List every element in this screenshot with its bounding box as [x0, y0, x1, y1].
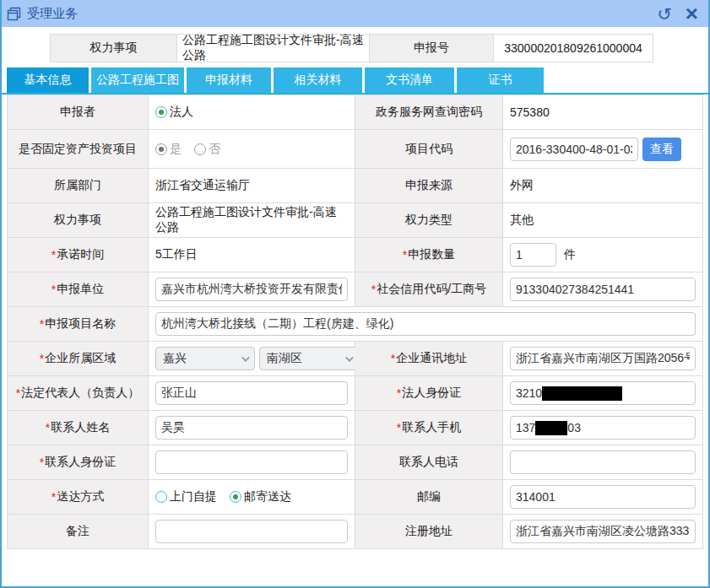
radio-fixed-asset-no-label: 否	[209, 142, 220, 157]
radio-pickup[interactable]	[155, 491, 167, 503]
power-type-label: 权力类型	[355, 203, 503, 238]
redaction-bar	[535, 421, 567, 435]
accept-business-window: 受理业务 ↺ × 权力事项 公路工程施工图设计文件审批-高速公路 申报号 330…	[0, 0, 710, 588]
header-power-item-value: 公路工程施工图设计文件审批-高速公路	[177, 35, 370, 62]
applicant-value: 法人	[149, 95, 355, 130]
reg-address-input[interactable]	[510, 520, 696, 543]
header-strip: 权力事项 公路工程施工图设计文件审批-高速公路 申报号 330000201809…	[50, 34, 653, 62]
tab-certificate[interactable]: 证书	[457, 67, 544, 93]
chevron-down-icon	[345, 353, 354, 362]
window-form-icon	[7, 7, 21, 21]
tab-document-list[interactable]: 文书清单	[365, 67, 454, 93]
quantity-unit: 件	[564, 247, 576, 262]
power-type-value: 其他	[510, 213, 534, 228]
postcode-label: 邮编	[355, 480, 503, 515]
remark-input[interactable]	[155, 520, 348, 543]
contact-name-label: *联系人姓名	[8, 411, 149, 445]
refresh-icon[interactable]: ↺	[657, 5, 672, 23]
delivery-label: *送达方式	[8, 480, 149, 515]
region-label: *企业所属区域	[8, 342, 149, 376]
contact-mobile-input[interactable]: 137 03	[510, 416, 696, 440]
quantity-label: *申报数量	[355, 238, 503, 272]
contact-id-input[interactable]	[155, 450, 348, 474]
region-district-value: 南湖区	[267, 351, 302, 366]
contact-phone-label: 联系人电话	[355, 445, 503, 480]
company-address-label: *企业通讯地址	[355, 342, 503, 376]
radio-fixed-asset-no	[194, 143, 206, 155]
basic-info-form: 申报者 法人 政务服务网查询密码 575380 是否固定资产投资项目 是 否 项…	[7, 94, 703, 549]
postcode-input[interactable]	[510, 485, 696, 509]
window-title: 受理业务	[27, 6, 78, 22]
promise-time-label: *承诺时间	[8, 238, 149, 272]
radio-fixed-asset-yes	[155, 143, 167, 155]
region-city-select[interactable]: 嘉兴	[155, 347, 255, 370]
tab-highway-drawing[interactable]: 公路工程施工图	[91, 67, 184, 93]
remark-label: 备注	[8, 515, 149, 549]
contact-id-label: *联系人身份证	[8, 445, 149, 480]
query-password-label: 政务服务网查询密码	[355, 95, 503, 130]
titlebar: 受理业务 ↺ ×	[0, 0, 710, 27]
contact-name-input[interactable]	[155, 416, 348, 440]
promise-time-value: 5工作日	[155, 247, 198, 262]
department-value: 浙江省交通运输厅	[155, 178, 250, 193]
legal-id-label: *法人身份证	[355, 376, 503, 411]
tab-related-materials[interactable]: 相关材料	[274, 67, 362, 93]
department-label: 所属部门	[8, 169, 149, 203]
redaction-bar	[542, 386, 622, 401]
region-city-value: 嘉兴	[163, 351, 187, 366]
tab-basic-info[interactable]: 基本信息	[7, 67, 89, 93]
radio-fixed-asset-yes-label: 是	[170, 142, 182, 157]
header-application-no-label: 申报号	[370, 35, 494, 62]
view-button[interactable]: 查看	[642, 138, 681, 161]
tabbar: 基本信息 公路工程施工图 申报材料 相关材料 文书清单 证书	[2, 67, 708, 94]
close-icon[interactable]: ×	[686, 3, 698, 24]
legal-rep-input[interactable]	[155, 381, 348, 405]
region-district-select[interactable]: 南湖区	[259, 347, 359, 370]
legal-id-input[interactable]: 3210	[510, 381, 696, 405]
applicant-label: 申报者	[8, 95, 149, 130]
radio-pickup-label: 上门自提	[170, 489, 217, 504]
project-code-input[interactable]	[510, 138, 638, 161]
legal-rep-label: *法定代表人（负责人）	[8, 376, 149, 411]
radio-legal-person[interactable]	[155, 106, 167, 118]
header-application-no-value: 330000201809261000004	[494, 35, 653, 62]
project-name-input[interactable]	[155, 312, 696, 336]
query-password-value: 575380	[510, 105, 550, 119]
quantity-input[interactable]	[510, 243, 556, 267]
radio-mail-label: 邮寄送达	[244, 489, 291, 504]
credit-code-label: *社会信用代码/工商号	[355, 272, 503, 307]
header-power-item-label: 权力事项	[51, 35, 177, 62]
source-value: 外网	[510, 178, 534, 193]
chevron-down-icon	[241, 353, 250, 362]
contact-phone-input[interactable]	[510, 450, 696, 474]
contact-mobile-label: *联系人手机	[355, 411, 503, 445]
project-code-label: 项目代码	[355, 130, 503, 169]
company-address-input[interactable]	[510, 347, 696, 370]
apply-unit-input[interactable]	[155, 278, 348, 301]
source-label: 申报来源	[355, 169, 503, 203]
reg-address-label: 注册地址	[355, 515, 503, 549]
tab-application-materials[interactable]: 申报材料	[187, 67, 271, 93]
credit-code-input[interactable]	[510, 278, 696, 301]
power-item-value: 公路工程施工图设计文件审批-高速公路	[155, 205, 348, 235]
radio-legal-person-label: 法人	[170, 105, 193, 120]
power-item-label: 权力事项	[8, 203, 149, 238]
fixed-asset-value: 是 否	[149, 130, 355, 169]
apply-unit-label: *申报单位	[8, 272, 149, 307]
fixed-asset-label: 是否固定资产投资项目	[8, 130, 149, 169]
project-name-label: *申报项目名称	[8, 307, 149, 342]
radio-mail[interactable]	[230, 491, 241, 503]
